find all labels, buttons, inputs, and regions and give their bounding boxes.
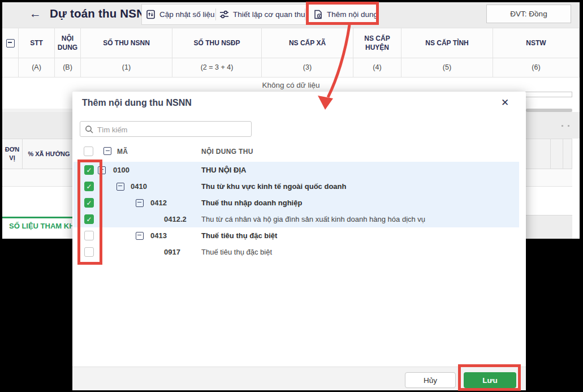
secondary-table-header: ĐƠN VỊ% XÃ HƯỞNG bbox=[2, 139, 76, 169]
header-cell: NS CẤP XÃ bbox=[262, 28, 353, 58]
tree-row[interactable]: 0412.2Thu từ cá nhân và hộ gia đình sản … bbox=[72, 211, 526, 227]
header-cell: NS CẤP TỈNH bbox=[401, 28, 493, 58]
toolbar-button-group: Cập nhật số liệu Thiết lập cơ quan thu bbox=[141, 4, 379, 25]
active-tab-indicator bbox=[2, 217, 76, 218]
decorative-dot bbox=[568, 125, 569, 127]
update-data-button[interactable]: Cập nhật số liệu bbox=[146, 5, 215, 24]
search-box bbox=[80, 121, 252, 137]
toolbar-divider bbox=[305, 8, 305, 20]
header-cell: (2 = 3 + 4) bbox=[172, 58, 262, 77]
tree-row[interactable]: 0413Thuế tiêu thụ đặc biệt bbox=[72, 227, 526, 244]
row-content: Thuế tiêu thụ đặc biệt bbox=[201, 231, 277, 240]
collapse-node-icon[interactable] bbox=[98, 166, 106, 174]
cancel-button[interactable]: Hủy bbox=[405, 372, 456, 388]
setup-agency-label: Thiết lập cơ quan thu bbox=[233, 10, 305, 19]
select-all-checkbox[interactable] bbox=[84, 147, 93, 156]
row-background bbox=[74, 162, 519, 178]
tab-bar-right bbox=[526, 215, 572, 239]
header-cell: SỐ THU NSNN bbox=[81, 28, 172, 58]
row-checkbox-checked[interactable] bbox=[84, 182, 94, 191]
row-code: 0917 bbox=[164, 248, 180, 256]
header-cell: STT bbox=[19, 28, 55, 58]
note-add-icon bbox=[313, 10, 323, 19]
header-cell: (6) bbox=[493, 58, 580, 77]
row-code: 0100 bbox=[113, 166, 129, 174]
secondary-header-cell: ĐƠN VỊ bbox=[2, 139, 23, 169]
header-cell: (1) bbox=[81, 58, 172, 77]
add-content-button[interactable]: Thêm nội dung bbox=[313, 5, 378, 24]
empty-table-message: Không có dữ liệu bbox=[2, 81, 580, 89]
column-header-code: MÃ bbox=[117, 148, 128, 156]
row-checkbox-checked[interactable] bbox=[84, 198, 94, 208]
decorative-dot bbox=[562, 125, 563, 127]
row-content: THU NỘI ĐỊA bbox=[201, 166, 246, 174]
setup-agency-button[interactable]: Thiết lập cơ quan thu bbox=[219, 5, 305, 24]
row-code: 0412.2 bbox=[164, 215, 187, 223]
row-checkbox-unchecked[interactable] bbox=[84, 247, 94, 257]
collapse-node-icon[interactable] bbox=[116, 183, 124, 191]
header-cell: (B) bbox=[55, 58, 81, 77]
tune-sliders-icon bbox=[219, 10, 229, 19]
back-arrow-icon[interactable]: ← bbox=[29, 7, 41, 20]
search-input[interactable] bbox=[96, 122, 250, 137]
header-cell: (5) bbox=[401, 58, 493, 77]
modal-footer: Hủy Lưu bbox=[72, 367, 526, 390]
unit-selector[interactable]: ĐVT: Đồng bbox=[486, 5, 571, 23]
row-content: Thu từ khu vực kinh tế ngoài quốc doanh bbox=[201, 182, 346, 191]
tree-row[interactable]: 0917Thuế tiêu thụ đặc biệt bbox=[72, 244, 526, 260]
row-content: Thuế tiêu thụ đặc biệt bbox=[201, 248, 272, 256]
tree-row[interactable]: 0412Thuế thu nhập doanh nghiệp bbox=[72, 195, 526, 211]
column-header-content: NỘI DUNG THU bbox=[201, 148, 253, 156]
header-cell bbox=[2, 58, 19, 77]
collapse-all-icon[interactable] bbox=[6, 39, 15, 48]
row-background bbox=[74, 244, 519, 260]
collapse-node-icon[interactable] bbox=[136, 232, 144, 240]
row-content: Thuế thu nhập doanh nghiệp bbox=[201, 199, 302, 207]
collapse-all-icon[interactable] bbox=[103, 147, 111, 155]
main-table-header-row: STTNỘI DUNGSỐ THU NSNNSỐ THU NSĐPNS CẤP … bbox=[2, 28, 580, 58]
row-checkbox-unchecked[interactable] bbox=[84, 231, 94, 240]
row-code: 0413 bbox=[150, 231, 167, 240]
add-content-label: Thêm nội dung bbox=[327, 10, 378, 19]
secondary-table-header-right bbox=[526, 139, 572, 169]
row-checkbox-checked[interactable] bbox=[84, 214, 94, 224]
main-table-subheader-row: (A)(B)(1)(2 = 3 + 4)(3)(4)(5)(6) bbox=[2, 58, 580, 77]
row-checkbox-checked[interactable] bbox=[84, 165, 94, 175]
row-content: Thu từ cá nhân và hộ gia đình sản xuất k… bbox=[201, 215, 425, 223]
row-code: 0412 bbox=[150, 199, 167, 207]
header-cell: SỐ THU NSĐP bbox=[172, 28, 262, 58]
collapse-node-icon[interactable] bbox=[136, 199, 144, 207]
tab-reference-data[interactable]: SỐ LIỆU THAM KH bbox=[9, 222, 76, 230]
search-icon bbox=[85, 125, 94, 134]
secondary-header-cell: % XÃ HƯỞNG bbox=[23, 139, 76, 169]
header-cell: NỘI DUNG bbox=[55, 28, 81, 58]
close-icon[interactable]: ✕ bbox=[501, 97, 509, 109]
update-data-icon bbox=[146, 10, 156, 19]
page-title: Dự toán thu NSNN bbox=[50, 7, 153, 20]
tree-list: 0100THU NỘI ĐỊA0410Thu từ khu vực kinh t… bbox=[72, 162, 526, 260]
header-cell: (4) bbox=[353, 58, 401, 77]
update-data-label: Cập nhật số liệu bbox=[159, 10, 215, 19]
modal-title: Thêm nội dung thu NSNN bbox=[82, 98, 192, 108]
header-cell: NS CẤP HUYỆN bbox=[353, 28, 401, 58]
row-code: 0410 bbox=[131, 182, 147, 191]
header-cell: (3) bbox=[262, 58, 353, 77]
top-toolbar: ← Dự toán thu NSNN Cập nhật số liệu bbox=[2, 2, 580, 28]
screenshot-stage: ← Dự toán thu NSNN Cập nhật số liệu bbox=[0, 0, 583, 392]
list-header: MÃ NỘI DUNG THU bbox=[72, 144, 526, 161]
save-button[interactable]: Lưu bbox=[464, 372, 516, 388]
tree-row[interactable]: 0410Thu từ khu vực kinh tế ngoài quốc do… bbox=[72, 178, 526, 195]
header-cell bbox=[2, 28, 19, 58]
toolbar-divider bbox=[215, 8, 216, 20]
header-cell: (A) bbox=[19, 58, 55, 77]
header-cell: NSTW bbox=[493, 28, 580, 58]
add-content-modal: Thêm nội dung thu NSNN ✕ MÃ NỘI DUNG THU… bbox=[72, 92, 526, 390]
tree-row[interactable]: 0100THU NỘI ĐỊA bbox=[72, 162, 526, 178]
